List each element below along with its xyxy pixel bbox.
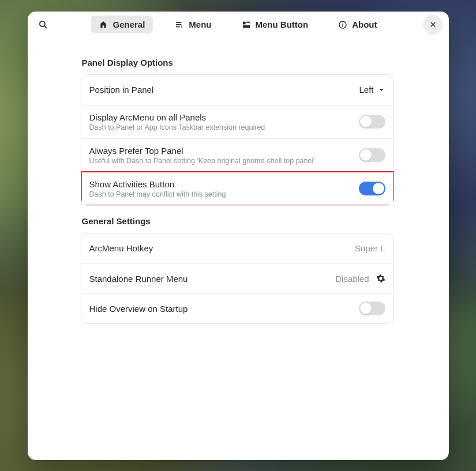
position-label: Position in Panel <box>89 85 154 95</box>
close-icon <box>429 21 437 28</box>
svg-point-10 <box>342 22 343 24</box>
tab-menu-button[interactable]: Menu Button <box>234 16 317 33</box>
general-settings-card: ArcMenu Hotkey Super L Standalone Runner… <box>81 233 394 324</box>
position-in-panel-row[interactable]: Position in Panel Left <box>81 75 393 105</box>
hotkey-row[interactable]: ArcMenu Hotkey Super L <box>81 233 393 263</box>
show-activities-row: Show Activities Button Dash to Panel may… <box>81 172 393 205</box>
activities-label: Show Activities Button <box>89 179 226 189</box>
prefer-top-sub: Useful with Dash to Panel setting 'Keep … <box>89 157 315 165</box>
hotkey-value: Super L <box>355 243 385 253</box>
position-combo[interactable]: Left <box>359 85 385 95</box>
tab-about[interactable]: About <box>330 16 385 33</box>
svg-rect-4 <box>176 26 180 27</box>
display-all-panels-row: Display ArcMenu on all Panels Dash to Pa… <box>81 105 393 138</box>
position-value: Left <box>359 85 373 95</box>
gear-icon[interactable] <box>376 274 385 283</box>
close-button[interactable] <box>423 15 443 35</box>
search-button[interactable] <box>33 15 53 35</box>
svg-rect-3 <box>176 24 181 25</box>
panel-options-card: Position in Panel Left Display ArcMenu o… <box>81 74 394 206</box>
prefer-top-switch[interactable] <box>359 148 385 162</box>
tab-menu[interactable]: Menu <box>167 16 219 33</box>
runner-row[interactable]: Standalone Runner Menu Disabled <box>81 263 393 293</box>
tab-menu-button-label: Menu Button <box>256 20 309 29</box>
hide-overview-label: Hide Overview on Startup <box>89 304 188 314</box>
tab-menu-label: Menu <box>189 20 211 29</box>
hide-overview-switch[interactable] <box>359 302 385 315</box>
tab-about-label: About <box>352 20 377 29</box>
content-area: Panel Display Options Position in Panel … <box>28 38 449 460</box>
hide-overview-row: Hide Overview on Startup <box>81 293 393 323</box>
prefer-top-panel-row: Always Prefer Top Panel Useful with Dash… <box>81 138 393 172</box>
activities-switch[interactable] <box>359 182 385 195</box>
panel-section-title: Panel Display Options <box>82 58 394 67</box>
hotkey-label: ArcMenu Hotkey <box>89 243 153 253</box>
general-section-title: General Settings <box>82 216 394 226</box>
all-panels-switch[interactable] <box>359 115 385 129</box>
svg-point-0 <box>40 21 45 27</box>
tab-general[interactable]: General <box>91 16 153 33</box>
menu-icon <box>175 20 184 29</box>
search-icon <box>38 20 48 29</box>
svg-rect-5 <box>243 21 246 24</box>
svg-rect-6 <box>246 21 250 22</box>
runner-value: Disabled <box>335 274 369 284</box>
titlebar: General Menu Menu Button About <box>28 12 449 38</box>
svg-line-1 <box>44 26 47 28</box>
all-panels-sub: Dash to Panel or App Icons Taskbar exten… <box>89 123 265 131</box>
home-icon <box>99 20 108 29</box>
all-panels-label: Display ArcMenu on all Panels <box>89 112 265 122</box>
settings-window: General Menu Menu Button About Panel Dis… <box>28 12 449 460</box>
info-icon <box>338 20 347 29</box>
tab-general-label: General <box>113 20 145 29</box>
svg-rect-7 <box>243 25 250 28</box>
svg-rect-2 <box>176 22 181 23</box>
prefer-top-label: Always Prefer Top Panel <box>89 146 315 156</box>
panel-icon <box>242 20 251 29</box>
tab-bar: General Menu Menu Button About <box>91 16 385 33</box>
chevron-down-icon <box>377 86 385 94</box>
runner-label: Standalone Runner Menu <box>89 274 188 284</box>
activities-sub: Dash to Panel may conflict with this set… <box>89 190 226 198</box>
